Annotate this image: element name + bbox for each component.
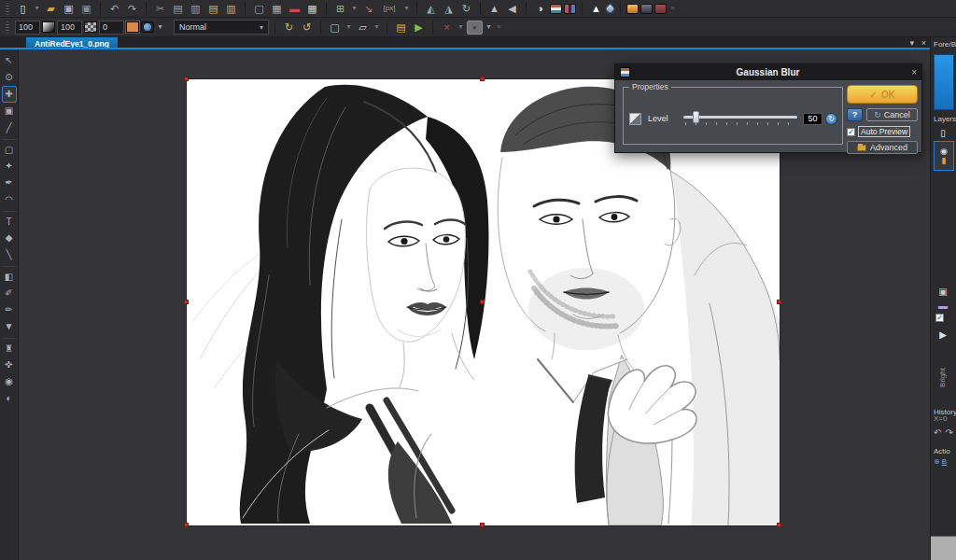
rotate-selection-button[interactable]: ↻ <box>281 21 297 35</box>
rotate-free-button[interactable]: ↻ <box>458 2 474 16</box>
history-undo-icon[interactable]: ↶ <box>934 427 941 438</box>
tool-color-picker[interactable]: ▼ <box>2 318 17 335</box>
tool-dodge[interactable]: ◐ <box>2 390 17 407</box>
tool-fill[interactable]: ◧ <box>2 266 17 285</box>
handle-bottom-left[interactable] <box>184 523 189 527</box>
grid-button[interactable]: ▦ <box>269 2 285 16</box>
save-button[interactable]: ▣ <box>61 2 77 16</box>
new-image-button[interactable]: ⊞ <box>332 2 348 16</box>
new-layer-button[interactable]: ▯ <box>934 126 952 139</box>
level-slider[interactable] <box>683 110 797 127</box>
screen-capture-button[interactable]: ▢ <box>251 2 267 16</box>
new-file-button[interactable]: ▯ <box>15 2 31 16</box>
gradient-swatch[interactable] <box>42 21 55 33</box>
dialog-title-bar[interactable]: Gaussian Blur × <box>615 64 921 80</box>
effect-photo-button[interactable] <box>640 4 653 14</box>
tool-crop[interactable]: ▣ <box>2 103 17 119</box>
handle-bottom-center[interactable] <box>480 523 485 527</box>
toolbar2-overflow[interactable]: » <box>495 21 503 35</box>
tool-line[interactable]: ╲ <box>2 246 17 263</box>
cut-button[interactable]: ✂ <box>152 2 168 16</box>
layer-effects-button[interactable]: ▣ <box>934 285 952 298</box>
effect-tint-button[interactable] <box>654 4 667 14</box>
effect-warm-button[interactable] <box>626 4 639 14</box>
tool-text[interactable]: T <box>2 211 17 230</box>
foreground-color-swatch[interactable] <box>934 54 954 110</box>
selection-tool-button[interactable]: ▢ <box>327 21 343 35</box>
ok-button[interactable]: ✓ OK <box>847 85 918 104</box>
pattern-swatch[interactable] <box>84 21 97 33</box>
feather-input[interactable] <box>99 21 124 35</box>
layer-save-button[interactable]: ▬ <box>934 299 952 312</box>
tool-red-eye[interactable]: ◉ <box>2 373 17 390</box>
flip-horizontal-button[interactable]: ▲ <box>486 2 502 16</box>
tool-airbrush[interactable]: ✏ <box>2 301 17 318</box>
selection-tool-caret[interactable]: ▾ <box>344 21 353 35</box>
transform-selection-button[interactable]: ↺ <box>299 21 315 35</box>
selection-mode-button[interactable]: ▱ <box>355 21 371 35</box>
cancel-selection-caret[interactable]: ▾ <box>457 21 465 35</box>
action-plus-icon[interactable]: ⊕ <box>934 457 940 466</box>
handle-middle-left[interactable] <box>184 300 189 304</box>
tool-lasso[interactable]: ◠ <box>2 191 17 208</box>
action-link[interactable]: B <box>942 457 947 466</box>
apply-selection-button[interactable]: ▶ <box>411 21 427 35</box>
apply-level-button[interactable]: ↻ <box>825 113 837 125</box>
tool-shapes[interactable]: ◆ <box>2 230 17 246</box>
unit-caret[interactable]: ▾ <box>402 2 411 16</box>
auto-preview-checkbox[interactable]: ✓ <box>847 128 855 136</box>
tool-marquee[interactable]: ▢ <box>2 139 17 158</box>
blend-mode-select[interactable]: Normal ▾ <box>174 20 269 35</box>
dialog-close-icon[interactable]: × <box>906 67 917 77</box>
resize-button[interactable]: ↘ <box>360 2 376 16</box>
unit-px-button[interactable]: [px] <box>378 2 401 16</box>
brush-tip-swatch[interactable] <box>141 21 154 33</box>
opacity-input[interactable] <box>15 21 40 35</box>
level-value-input[interactable] <box>803 113 822 125</box>
new-file-caret[interactable]: ▾ <box>33 2 41 16</box>
tool-slice[interactable]: ╱ <box>2 119 17 136</box>
paste-into-selection-button[interactable]: ▤ <box>393 21 409 35</box>
paste-as-image-button[interactable]: ▥ <box>223 2 239 16</box>
toolbar1-overflow[interactable]: » <box>668 2 677 16</box>
save-as-button[interactable]: ▣ <box>78 2 94 16</box>
slider-thumb[interactable] <box>693 111 699 123</box>
slider-track[interactable] <box>683 116 797 119</box>
brightness-button[interactable] <box>564 4 576 14</box>
tool-zoom[interactable]: ⊙ <box>2 69 17 86</box>
grid-large-button[interactable]: ▦ <box>304 2 320 16</box>
cancel-button[interactable]: ↻ Cancel <box>866 108 918 121</box>
cancel-selection-button[interactable]: × <box>439 21 455 35</box>
tool-pointer[interactable]: ↖ <box>2 52 17 69</box>
flip-vertical-button[interactable]: ◀ <box>504 2 520 16</box>
contrast-button[interactable]: ◑ <box>532 2 548 16</box>
selection-options-caret[interactable]: ▾ <box>485 21 493 35</box>
new-image-caret[interactable]: ▾ <box>350 2 358 16</box>
layer-visibility-eye-icon[interactable]: ◉ <box>940 147 948 156</box>
handle-center[interactable] <box>480 300 485 304</box>
help-button[interactable]: ? <box>847 108 863 121</box>
tab-close-icon[interactable]: × <box>921 37 926 48</box>
advanced-button[interactable]: Advanced <box>847 141 918 154</box>
colors-button[interactable] <box>550 4 562 14</box>
layer-option-checkbox[interactable]: ✓ <box>935 314 944 322</box>
tool-clone-stamp[interactable]: ♜ <box>2 338 17 357</box>
handle-bottom-right[interactable] <box>777 523 781 527</box>
rotate-left-button[interactable]: ◭ <box>423 2 439 16</box>
selection-mode-caret[interactable]: ▾ <box>373 21 381 35</box>
blur-button[interactable] <box>604 3 616 15</box>
layer-item[interactable]: ◉ ▮ <box>934 141 954 171</box>
undo-button[interactable]: ↶ <box>106 2 122 16</box>
open-file-button[interactable]: ▰ <box>43 2 59 16</box>
sharpen-button[interactable]: ▲ <box>588 2 604 16</box>
tool-move[interactable]: ✚ <box>2 86 17 103</box>
layer-lock-icon[interactable]: ▮ <box>942 157 947 165</box>
rotate-right-button[interactable]: ◮ <box>441 2 457 16</box>
handle-top-left[interactable] <box>184 77 189 81</box>
layer-play-button[interactable]: ▶ <box>934 328 952 341</box>
selection-options-button[interactable]: ▪ <box>467 21 483 35</box>
tool-heal[interactable]: ✜ <box>2 357 17 373</box>
paste-button[interactable]: ▤ <box>205 2 221 16</box>
panel-scrollbar[interactable] <box>931 536 956 560</box>
handle-top-center[interactable] <box>480 77 485 81</box>
